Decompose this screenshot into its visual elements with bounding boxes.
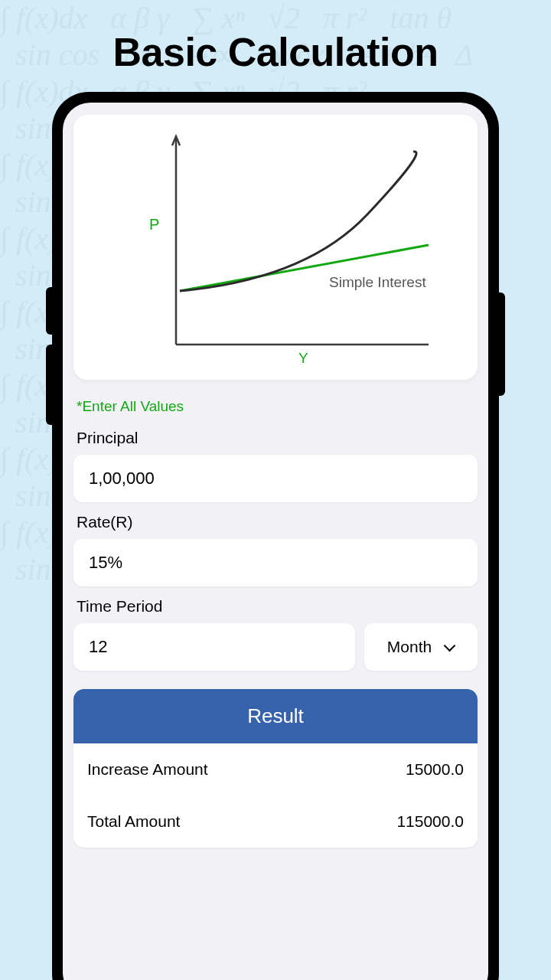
result-label: Total Amount: [87, 812, 180, 831]
principal-label: Principal: [73, 418, 478, 455]
phone-button-left-2: [46, 345, 52, 425]
interest-chart: P Y Simple Interest: [107, 130, 444, 368]
result-label: Increase Amount: [87, 760, 208, 779]
time-unit-select[interactable]: Month: [364, 623, 478, 671]
result-row-increase: Increase Amount 15000.0: [73, 743, 478, 795]
result-value: 115000.0: [396, 812, 464, 831]
result-card: Result Increase Amount 15000.0 Total Amo…: [73, 689, 478, 848]
rate-input[interactable]: 15%: [73, 539, 478, 586]
form-hint: *Enter All Values: [73, 392, 478, 418]
phone-button-right: [499, 292, 505, 396]
time-label: Time Period: [73, 586, 478, 623]
time-unit-value: Month: [387, 638, 432, 656]
result-row-total: Total Amount 115000.0: [73, 795, 478, 848]
chart-y-axis-label: P: [149, 216, 159, 233]
phone-frame: P Y Simple Interest *Enter All Values Pr…: [52, 92, 499, 980]
result-value: 15000.0: [406, 760, 464, 779]
chart-x-axis-label: Y: [298, 350, 308, 366]
chevron-down-icon: [444, 642, 455, 652]
principal-input[interactable]: 1,00,000: [73, 455, 478, 502]
time-input[interactable]: 12: [73, 623, 355, 671]
phone-screen: P Y Simple Interest *Enter All Values Pr…: [63, 103, 488, 980]
result-header: Result: [73, 689, 478, 743]
chart-series-label: Simple Interest: [329, 274, 426, 290]
page-title: Basic Calculation: [0, 0, 551, 96]
rate-label: Rate(R): [73, 502, 478, 539]
chart-card: P Y Simple Interest: [73, 115, 478, 380]
phone-button-left-1: [46, 287, 52, 335]
